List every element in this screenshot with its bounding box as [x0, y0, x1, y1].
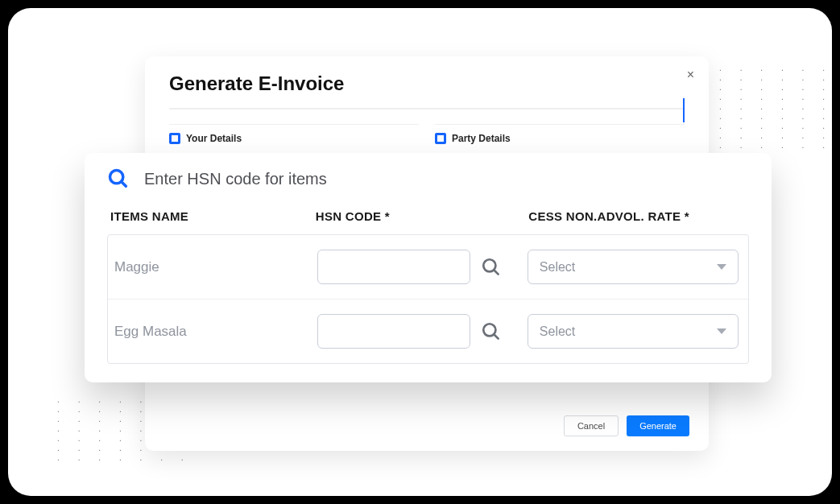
select-placeholder: Select — [540, 324, 575, 339]
select-placeholder: Select — [540, 260, 575, 275]
cess-rate-select[interactable]: Select — [528, 250, 739, 284]
cess-rate-select[interactable]: Select — [528, 314, 739, 349]
col-cess-rate: CESS NON.ADVOL. RATE * — [528, 209, 746, 223]
hsn-code-input[interactable] — [317, 314, 470, 349]
section-title-your: Your Details — [186, 133, 242, 144]
table-body: Maggie Select Egg — [107, 234, 749, 364]
chevron-down-icon — [717, 264, 726, 270]
table-row: Maggie Select — [108, 235, 748, 299]
svg-line-1 — [122, 182, 126, 187]
search-icon — [107, 167, 130, 190]
col-hsn-code: HSN CODE * — [316, 209, 517, 223]
item-name: Egg Masala — [114, 324, 306, 340]
hsn-modal: Enter HSN code for items ITEMS NAME HSN … — [85, 153, 772, 382]
chevron-down-icon — [717, 328, 726, 334]
hsn-code-input[interactable] — [317, 250, 470, 284]
generate-button[interactable]: Generate — [627, 415, 689, 436]
hsn-lookup-button[interactable] — [478, 254, 504, 280]
decorative-dots-top: . . . . . . .. . . . . . .. . . . . . ..… — [697, 64, 832, 151]
section-title-party: Party Details — [452, 133, 511, 144]
cancel-button[interactable]: Cancel — [564, 415, 619, 436]
col-items-name: ITEMS NAME — [110, 209, 304, 223]
hsn-table: ITEMS NAME HSN CODE * CESS NON.ADVOL. RA… — [107, 209, 749, 364]
modal-title: Enter HSN code for items — [144, 170, 327, 188]
title-underline — [169, 108, 685, 109]
table-header: ITEMS NAME HSN CODE * CESS NON.ADVOL. RA… — [107, 209, 749, 223]
hsn-lookup-button[interactable] — [478, 319, 504, 345]
footer-actions: Cancel Generate — [564, 415, 689, 436]
svg-line-3 — [494, 270, 498, 274]
section-icon — [435, 133, 446, 144]
close-icon[interactable]: × — [687, 68, 694, 82]
page-title: Generate E-Invoice — [169, 72, 685, 95]
table-row: Egg Masala Select — [108, 299, 748, 363]
svg-line-5 — [494, 334, 498, 338]
section-icon — [169, 133, 180, 144]
modal-header: Enter HSN code for items — [107, 167, 749, 190]
item-name: Maggie — [114, 259, 306, 275]
app-stage: . . . . . . .. . . . . . .. . . . . . ..… — [8, 8, 832, 496]
